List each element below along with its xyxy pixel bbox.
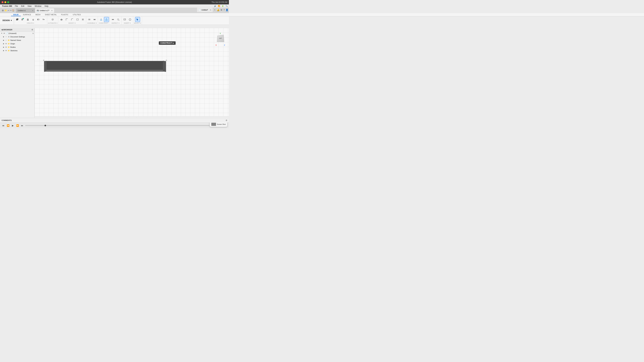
scale-btn[interactable] [80, 17, 85, 22]
next-frame-btn[interactable]: ⏩ [16, 124, 19, 127]
menu-file[interactable]: File [14, 5, 19, 7]
toolbar-tabs: SOLID SURFACE MESH SHEET METAL PLASTIC U… [0, 13, 229, 16]
press-pull-btn[interactable] [59, 17, 64, 22]
first-frame-btn[interactable]: ⏮ [2, 124, 5, 127]
root-visibility[interactable]: 👁 [3, 32, 5, 34]
tab-sheet-metal[interactable]: SHEET METAL [42, 13, 59, 16]
revolve-btn[interactable] [31, 17, 36, 22]
tree-origin[interactable]: ▶ 👁 📁 Origin [0, 42, 34, 45]
z-axis-label: Z [224, 44, 225, 46]
undo-icon[interactable]: ↩ [8, 9, 9, 11]
inspect-btn[interactable] [116, 17, 121, 22]
browser-settings-btn[interactable]: ⚙ [32, 28, 33, 31]
rigid-btn[interactable] [92, 17, 97, 22]
joint-btn[interactable] [87, 17, 92, 22]
tree-root[interactable]: ▼ 👁 📄 (Unsaved) ⚙ [0, 31, 34, 35]
plane-btn[interactable] [98, 17, 104, 22]
timeline-thumb[interactable] [44, 125, 46, 126]
view-cube[interactable]: Y TOP X Z [215, 33, 226, 46]
insert-mesh-btn[interactable] [128, 17, 132, 22]
tab-untitled-star[interactable]: 📄 Untitled* ✕ [197, 8, 213, 12]
tree-named-views[interactable]: ▶ 👁 📁 Named Views [0, 38, 34, 42]
sketches-visibility[interactable]: 👁 [5, 50, 7, 51]
help-icon[interactable]: ? [224, 9, 225, 11]
tree-sketches[interactable]: ▶ 👁 📁 Sketches [0, 49, 34, 52]
tab-surface[interactable]: SURFACE [21, 13, 33, 16]
design-dropdown[interactable]: DESIGN ▼ [1, 16, 14, 25]
user-icon[interactable]: 👤 [226, 9, 228, 11]
svg-rect-0 [16, 19, 18, 20]
wifi-icon[interactable]: 📶 [218, 5, 220, 7]
comments-settings-btn[interactable]: ⚙ [226, 119, 227, 121]
tab-untitled-v1[interactable]: Untitled v1 ✕ [16, 8, 35, 13]
notification-icon[interactable]: 🔔 [217, 9, 220, 11]
menu-view[interactable]: View [26, 5, 33, 7]
svg-rect-27 [95, 19, 96, 20]
menu-help[interactable]: Help [43, 5, 50, 7]
play-btn[interactable]: ▶ [11, 124, 14, 127]
chamfer-btn[interactable] [70, 17, 75, 22]
tab-mesh[interactable]: MESH [33, 13, 43, 16]
create-group: + CREATE ▾ [14, 16, 47, 25]
mirror-btn[interactable] [36, 17, 41, 22]
prev-frame-btn[interactable]: ⏪ [6, 124, 10, 127]
extrude-btn[interactable] [25, 17, 30, 22]
box-btn[interactable] [14, 17, 20, 22]
sketches-label: Sketches [10, 50, 34, 51]
home-icon[interactable]: 🏠 [12, 9, 14, 11]
browser-collapse-btn[interactable]: ◀ [1, 28, 3, 31]
tab-solid[interactable]: SOLID [11, 13, 21, 16]
construct-icons [98, 17, 109, 22]
volume-icon[interactable]: 🔊 [214, 5, 216, 7]
select-btn[interactable] [135, 17, 140, 22]
menu-edit[interactable]: Edit [20, 5, 26, 7]
bodies-visibility[interactable]: 👁 [5, 46, 7, 48]
tab-untitled-v17[interactable]: 💾 Untitled v17* ✕ [35, 8, 54, 13]
assemble-icons [87, 17, 97, 22]
insert-image-btn[interactable] [122, 17, 127, 22]
sketches-arrow: ▶ [2, 50, 5, 51]
redo-icon[interactable]: ↪ [10, 9, 12, 11]
cube-container: Y TOP X Z [216, 33, 225, 46]
timeline[interactable] [25, 125, 218, 126]
last-frame-btn[interactable]: ⏭ [20, 124, 24, 127]
tab-close-2[interactable]: ✕ [210, 9, 211, 11]
automate-btn[interactable] [50, 17, 55, 22]
assemble-group: ASSEMBLE ▾ [86, 16, 98, 25]
tree-document-settings[interactable]: ▶ 👁 ⚙ Document Settings [0, 35, 34, 38]
fillet-btn[interactable] [64, 17, 69, 22]
axis-btn[interactable] [104, 17, 109, 22]
measure-btn[interactable] [110, 17, 116, 22]
svg-rect-18 [60, 19, 62, 20]
named-views-visibility[interactable]: 👁 [5, 39, 7, 41]
new-tab-icon[interactable]: 📁 [4, 9, 7, 12]
tab-close-btn[interactable]: ✕ [32, 10, 33, 11]
pattern-btn[interactable] [41, 17, 46, 22]
doc-settings-visibility[interactable]: 👁 [5, 36, 7, 38]
toolbar-groups: + CREATE ▾ [14, 16, 228, 25]
close-button[interactable] [2, 1, 4, 3]
select-group: SELECT ▾ [133, 16, 142, 25]
shell-btn[interactable] [75, 17, 80, 22]
tab-plastic[interactable]: PLASTIC [59, 13, 70, 16]
tab-close-active-btn[interactable]: ✕ [51, 10, 52, 11]
battery-icon[interactable]: 🔋 [222, 5, 224, 7]
cube-face[interactable]: TOP [217, 35, 224, 42]
settings-icon[interactable]: ⚙ [220, 9, 222, 11]
viewport[interactable]: Y TOP X Z CONSTRUCT ⊕ ✋ 👁 🔍 ⊡ [34, 28, 229, 121]
origin-visibility[interactable]: 👁 [5, 43, 7, 45]
svg-point-10 [32, 19, 34, 20]
search-icon[interactable]: 🔍 [226, 5, 228, 7]
construct-group: CONSTRUCT [98, 16, 110, 25]
tab-utilities[interactable]: UTILITIES [70, 13, 83, 16]
tree-bodies[interactable]: ▶ 👁 📁 Bodies [0, 45, 34, 49]
add-body-btn[interactable]: + [20, 17, 25, 22]
add-tab-icon[interactable]: ＋ [214, 8, 216, 11]
minimize-button[interactable] [4, 1, 6, 3]
workspace-icon[interactable]: ⊞ [2, 9, 4, 12]
root-icon: 📄 [6, 32, 8, 34]
endpoint-right [166, 60, 167, 61]
maximize-button[interactable] [7, 1, 9, 3]
root-settings[interactable]: ⚙ [32, 32, 34, 34]
menu-window[interactable]: Window [34, 5, 43, 7]
